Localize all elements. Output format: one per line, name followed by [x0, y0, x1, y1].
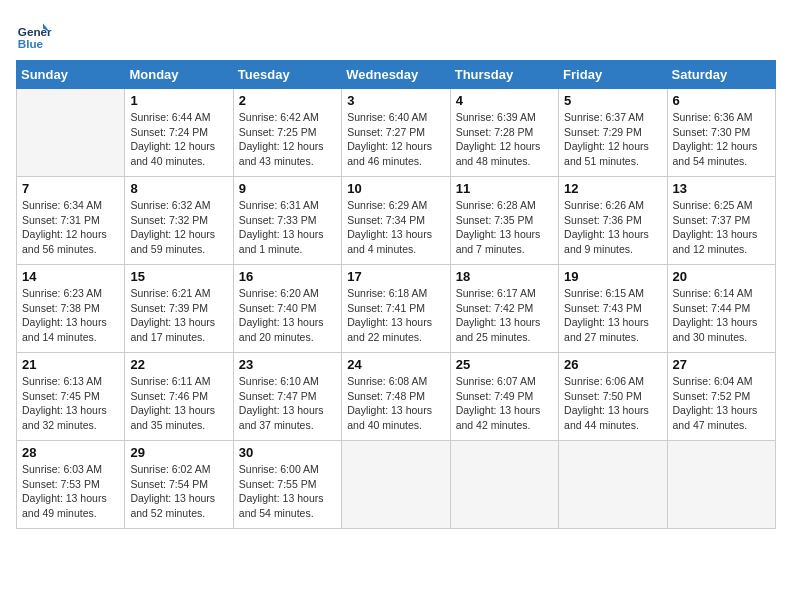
day-number: 3 — [347, 93, 444, 108]
calendar-table: SundayMondayTuesdayWednesdayThursdayFrid… — [16, 60, 776, 529]
calendar-cell: 20Sunrise: 6:14 AM Sunset: 7:44 PM Dayli… — [667, 265, 775, 353]
day-detail: Sunrise: 6:04 AM Sunset: 7:52 PM Dayligh… — [673, 374, 770, 433]
calendar-cell: 29Sunrise: 6:02 AM Sunset: 7:54 PM Dayli… — [125, 441, 233, 529]
day-number: 12 — [564, 181, 661, 196]
calendar-cell — [17, 89, 125, 177]
day-detail: Sunrise: 6:18 AM Sunset: 7:41 PM Dayligh… — [347, 286, 444, 345]
svg-text:General: General — [18, 25, 52, 38]
day-header-tuesday: Tuesday — [233, 61, 341, 89]
day-detail: Sunrise: 6:32 AM Sunset: 7:32 PM Dayligh… — [130, 198, 227, 257]
calendar-cell: 14Sunrise: 6:23 AM Sunset: 7:38 PM Dayli… — [17, 265, 125, 353]
day-number: 15 — [130, 269, 227, 284]
calendar-cell: 16Sunrise: 6:20 AM Sunset: 7:40 PM Dayli… — [233, 265, 341, 353]
day-number: 8 — [130, 181, 227, 196]
calendar-cell — [667, 441, 775, 529]
calendar-cell: 1Sunrise: 6:44 AM Sunset: 7:24 PM Daylig… — [125, 89, 233, 177]
calendar-cell: 15Sunrise: 6:21 AM Sunset: 7:39 PM Dayli… — [125, 265, 233, 353]
day-number: 20 — [673, 269, 770, 284]
day-detail: Sunrise: 6:34 AM Sunset: 7:31 PM Dayligh… — [22, 198, 119, 257]
day-number: 11 — [456, 181, 553, 196]
calendar-cell: 26Sunrise: 6:06 AM Sunset: 7:50 PM Dayli… — [559, 353, 667, 441]
day-detail: Sunrise: 6:14 AM Sunset: 7:44 PM Dayligh… — [673, 286, 770, 345]
day-number: 4 — [456, 93, 553, 108]
day-number: 14 — [22, 269, 119, 284]
day-detail: Sunrise: 6:02 AM Sunset: 7:54 PM Dayligh… — [130, 462, 227, 521]
day-number: 24 — [347, 357, 444, 372]
calendar-cell: 22Sunrise: 6:11 AM Sunset: 7:46 PM Dayli… — [125, 353, 233, 441]
week-row-5: 28Sunrise: 6:03 AM Sunset: 7:53 PM Dayli… — [17, 441, 776, 529]
day-detail: Sunrise: 6:40 AM Sunset: 7:27 PM Dayligh… — [347, 110, 444, 169]
calendar-cell — [559, 441, 667, 529]
day-detail: Sunrise: 6:39 AM Sunset: 7:28 PM Dayligh… — [456, 110, 553, 169]
day-number: 22 — [130, 357, 227, 372]
calendar-cell: 7Sunrise: 6:34 AM Sunset: 7:31 PM Daylig… — [17, 177, 125, 265]
calendar-cell: 19Sunrise: 6:15 AM Sunset: 7:43 PM Dayli… — [559, 265, 667, 353]
calendar-cell — [450, 441, 558, 529]
day-header-saturday: Saturday — [667, 61, 775, 89]
day-number: 7 — [22, 181, 119, 196]
day-detail: Sunrise: 6:21 AM Sunset: 7:39 PM Dayligh… — [130, 286, 227, 345]
day-number: 13 — [673, 181, 770, 196]
day-number: 21 — [22, 357, 119, 372]
day-number: 27 — [673, 357, 770, 372]
week-row-4: 21Sunrise: 6:13 AM Sunset: 7:45 PM Dayli… — [17, 353, 776, 441]
day-number: 18 — [456, 269, 553, 284]
day-detail: Sunrise: 6:29 AM Sunset: 7:34 PM Dayligh… — [347, 198, 444, 257]
calendar-cell: 5Sunrise: 6:37 AM Sunset: 7:29 PM Daylig… — [559, 89, 667, 177]
day-number: 16 — [239, 269, 336, 284]
day-number: 29 — [130, 445, 227, 460]
day-number: 17 — [347, 269, 444, 284]
day-detail: Sunrise: 6:42 AM Sunset: 7:25 PM Dayligh… — [239, 110, 336, 169]
week-row-1: 1Sunrise: 6:44 AM Sunset: 7:24 PM Daylig… — [17, 89, 776, 177]
day-detail: Sunrise: 6:08 AM Sunset: 7:48 PM Dayligh… — [347, 374, 444, 433]
day-detail: Sunrise: 6:23 AM Sunset: 7:38 PM Dayligh… — [22, 286, 119, 345]
day-detail: Sunrise: 6:25 AM Sunset: 7:37 PM Dayligh… — [673, 198, 770, 257]
week-row-3: 14Sunrise: 6:23 AM Sunset: 7:38 PM Dayli… — [17, 265, 776, 353]
day-number: 26 — [564, 357, 661, 372]
day-detail: Sunrise: 6:11 AM Sunset: 7:46 PM Dayligh… — [130, 374, 227, 433]
day-detail: Sunrise: 6:06 AM Sunset: 7:50 PM Dayligh… — [564, 374, 661, 433]
calendar-cell: 8Sunrise: 6:32 AM Sunset: 7:32 PM Daylig… — [125, 177, 233, 265]
svg-text:Blue: Blue — [18, 37, 44, 50]
day-header-monday: Monday — [125, 61, 233, 89]
day-detail: Sunrise: 6:13 AM Sunset: 7:45 PM Dayligh… — [22, 374, 119, 433]
day-number: 5 — [564, 93, 661, 108]
calendar-cell: 4Sunrise: 6:39 AM Sunset: 7:28 PM Daylig… — [450, 89, 558, 177]
day-detail: Sunrise: 6:31 AM Sunset: 7:33 PM Dayligh… — [239, 198, 336, 257]
logo-icon: General Blue — [16, 16, 52, 52]
day-detail: Sunrise: 6:28 AM Sunset: 7:35 PM Dayligh… — [456, 198, 553, 257]
calendar-cell: 21Sunrise: 6:13 AM Sunset: 7:45 PM Dayli… — [17, 353, 125, 441]
day-number: 25 — [456, 357, 553, 372]
calendar-header: SundayMondayTuesdayWednesdayThursdayFrid… — [17, 61, 776, 89]
day-number: 2 — [239, 93, 336, 108]
week-row-2: 7Sunrise: 6:34 AM Sunset: 7:31 PM Daylig… — [17, 177, 776, 265]
calendar-cell: 12Sunrise: 6:26 AM Sunset: 7:36 PM Dayli… — [559, 177, 667, 265]
day-number: 10 — [347, 181, 444, 196]
calendar-cell: 10Sunrise: 6:29 AM Sunset: 7:34 PM Dayli… — [342, 177, 450, 265]
day-detail: Sunrise: 6:15 AM Sunset: 7:43 PM Dayligh… — [564, 286, 661, 345]
day-number: 30 — [239, 445, 336, 460]
calendar-cell: 6Sunrise: 6:36 AM Sunset: 7:30 PM Daylig… — [667, 89, 775, 177]
calendar-cell: 3Sunrise: 6:40 AM Sunset: 7:27 PM Daylig… — [342, 89, 450, 177]
calendar-cell: 11Sunrise: 6:28 AM Sunset: 7:35 PM Dayli… — [450, 177, 558, 265]
day-detail: Sunrise: 6:37 AM Sunset: 7:29 PM Dayligh… — [564, 110, 661, 169]
logo: General Blue — [16, 16, 52, 52]
day-number: 1 — [130, 93, 227, 108]
day-detail: Sunrise: 6:10 AM Sunset: 7:47 PM Dayligh… — [239, 374, 336, 433]
day-number: 6 — [673, 93, 770, 108]
day-number: 19 — [564, 269, 661, 284]
day-detail: Sunrise: 6:17 AM Sunset: 7:42 PM Dayligh… — [456, 286, 553, 345]
calendar-cell: 17Sunrise: 6:18 AM Sunset: 7:41 PM Dayli… — [342, 265, 450, 353]
day-detail: Sunrise: 6:07 AM Sunset: 7:49 PM Dayligh… — [456, 374, 553, 433]
day-detail: Sunrise: 6:44 AM Sunset: 7:24 PM Dayligh… — [130, 110, 227, 169]
calendar-cell: 13Sunrise: 6:25 AM Sunset: 7:37 PM Dayli… — [667, 177, 775, 265]
day-detail: Sunrise: 6:20 AM Sunset: 7:40 PM Dayligh… — [239, 286, 336, 345]
calendar-cell: 2Sunrise: 6:42 AM Sunset: 7:25 PM Daylig… — [233, 89, 341, 177]
calendar-cell: 23Sunrise: 6:10 AM Sunset: 7:47 PM Dayli… — [233, 353, 341, 441]
calendar-cell: 18Sunrise: 6:17 AM Sunset: 7:42 PM Dayli… — [450, 265, 558, 353]
day-number: 28 — [22, 445, 119, 460]
day-header-wednesday: Wednesday — [342, 61, 450, 89]
calendar-cell — [342, 441, 450, 529]
day-header-friday: Friday — [559, 61, 667, 89]
day-number: 9 — [239, 181, 336, 196]
